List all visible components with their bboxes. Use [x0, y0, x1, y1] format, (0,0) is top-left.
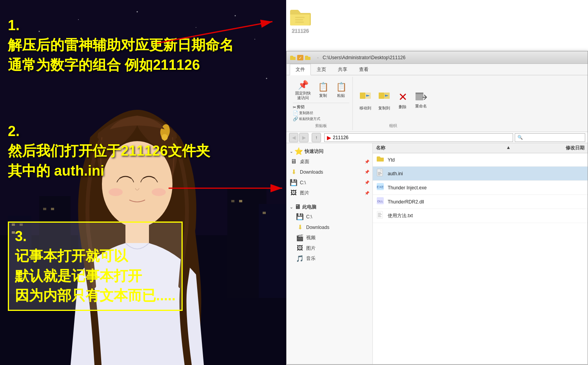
titlebar-folder2-icon	[305, 55, 311, 60]
svg-rect-56	[378, 214, 382, 215]
back-button[interactable]: ◀	[289, 133, 298, 142]
folder-icon-svg	[288, 6, 312, 26]
sidebar-item-pictures-quick[interactable]: 🖼 图片 📌	[287, 188, 372, 198]
svg-rect-17	[12, 231, 15, 234]
file-row-authini[interactable]: auth.ini	[373, 167, 588, 181]
sidebar-item-pictures[interactable]: 🖼 图片	[287, 243, 372, 253]
file-row-thunderinject[interactable]: EXE Thunder Inject.exe	[373, 181, 588, 195]
rename-button[interactable]: 重命名	[412, 89, 430, 111]
sidebar-item-downloads-quick[interactable]: ⬇ Downloads 📌	[287, 167, 372, 177]
svg-rect-14	[259, 204, 286, 298]
paste-button[interactable]: 📋 粘贴	[333, 80, 349, 100]
address-breadcrumb[interactable]: ▶ 211126	[324, 133, 513, 142]
sidebar-item-c-drive[interactable]: 💾 C:\	[287, 211, 372, 222]
delete-button[interactable]: ✕ 删除	[394, 89, 411, 111]
sidebar-item-videos[interactable]: 🎬 视频	[287, 232, 372, 243]
pictures-quick-label: 图片	[300, 190, 309, 196]
pin-icon-c-drive: 📌	[365, 180, 369, 185]
pin-button[interactable]: 📌 固定到快速访问	[293, 78, 313, 102]
move-to-button[interactable]: 移动到	[357, 88, 374, 113]
copy-button[interactable]: 📋 复制	[315, 80, 331, 100]
tab-home[interactable]: 主页	[311, 64, 332, 75]
file-list: 名称 ▲ 修改日期 Ytd	[373, 143, 588, 364]
cut-button[interactable]: ✂ 剪切	[293, 104, 305, 110]
sidebar-item-downloads[interactable]: ⬇ Downloads	[287, 222, 372, 232]
svg-point-7	[19, 58, 20, 59]
sidebar-item-c-drive-quick[interactable]: 💾 C:\ 📌	[287, 177, 372, 188]
downloads-label: Downloads	[306, 225, 329, 230]
ribbon-content: 📌 固定到快速访问 📋 复制 📋 粘贴	[287, 75, 588, 132]
svg-rect-15	[12, 223, 15, 226]
paste-shortcut-button[interactable]: 🔗 粘贴快捷方式	[293, 116, 349, 122]
clipboard-small-items: 📄 复制路径 🔗 粘贴快捷方式	[293, 111, 349, 122]
svg-rect-55	[378, 213, 381, 214]
forward-button[interactable]: ▶	[299, 133, 309, 142]
svg-rect-19	[51, 208, 54, 210]
svg-rect-33	[295, 17, 305, 18]
pin-icon-desktop: 📌	[365, 160, 369, 164]
copy-to-label: 复制到	[378, 105, 390, 111]
c-drive-label: C:\	[306, 214, 312, 220]
dll-icon: DLL	[376, 197, 385, 207]
delete-label: 删除	[399, 104, 407, 110]
folder-label: 211126	[288, 27, 312, 33]
explorer-main: ⌄ ⭐ 快速访问 🖥 桌面 📌 ⬇ Downloads 📌 💾 C:\ 📌 �	[287, 143, 588, 364]
svg-rect-35	[295, 22, 304, 23]
c-drive-icon: 💾	[296, 213, 304, 220]
up-button[interactable]: ↑	[312, 133, 321, 142]
address-bar: ◀ ▶ ↑ ▶ 211126 🔍	[287, 132, 588, 143]
file-name-usagemethod: 使用方法.txt	[388, 212, 511, 219]
file-row-thunderrdr2[interactable]: DLL ThunderRDR2.dll	[373, 195, 588, 209]
breadcrumb-text: 211126	[333, 135, 348, 140]
file-row-ytd[interactable]: Ytd	[373, 153, 588, 167]
clipboard-label: 剪贴板	[315, 123, 327, 129]
quick-access-header[interactable]: ⌄ ⭐ 快速访问	[287, 145, 372, 156]
music-icon: 🎵	[296, 255, 304, 262]
explorer-titlebar: ✓ - C:\Users\Administrator\Desktop\21112…	[287, 51, 588, 64]
tab-share[interactable]: 共享	[332, 64, 353, 75]
this-pc-header[interactable]: ⌄ 🖥 此电脑	[287, 201, 372, 211]
svg-rect-54	[377, 211, 383, 218]
desktop-folder-icon[interactable]: 211126	[288, 6, 312, 33]
paste-shortcut-label: 粘贴快捷方式	[299, 116, 320, 122]
svg-rect-10	[8, 216, 31, 294]
svg-point-5	[235, 15, 236, 16]
svg-point-8	[266, 78, 267, 79]
svg-rect-38	[360, 93, 365, 99]
copy-to-button[interactable]: 复制到	[376, 88, 393, 113]
titlebar-path: C:\Users\Administrator\Desktop\211126	[323, 55, 405, 60]
background-illustration	[0, 0, 286, 365]
desktop-label: 桌面	[300, 158, 309, 165]
downloads-quick-icon: ⬇	[290, 168, 298, 176]
organize-buttons: 移动到 复制到	[357, 78, 430, 122]
file-row-usagemethod[interactable]: 使用方法.txt	[373, 209, 588, 223]
music-label: 音乐	[306, 255, 316, 262]
titlebar-check-icon: ✓	[297, 55, 303, 60]
file-name-ytd: Ytd	[388, 157, 511, 163]
copy-path-label: 复制路径	[299, 111, 313, 116]
svg-point-4	[196, 27, 196, 28]
tab-view[interactable]: 查看	[353, 64, 374, 75]
sidebar-item-desktop[interactable]: 🖥 桌面 📌	[287, 156, 372, 167]
svg-text:✓: ✓	[299, 56, 302, 60]
search-bar[interactable]: 🔍	[515, 133, 585, 142]
sidebar-item-music[interactable]: 🎵 音乐	[287, 253, 372, 264]
ribbon-group-clipboard: 📌 固定到快速访问 📋 复制 📋 粘贴	[290, 77, 353, 130]
move-to-label: 移动到	[359, 105, 371, 111]
pin-icon-downloads: 📌	[365, 170, 369, 174]
tab-file[interactable]: 文件	[290, 64, 311, 75]
clipboard-buttons: 📌 固定到快速访问 📋 复制 📋 粘贴	[293, 78, 349, 102]
col-name-header: 名称	[376, 145, 503, 151]
nav-buttons: ◀ ▶	[289, 133, 309, 142]
quick-access-star-icon: ⭐	[294, 147, 303, 156]
copy-path-button[interactable]: 📄 复制路径	[293, 111, 349, 116]
downloads-quick-label: Downloads	[300, 169, 323, 175]
svg-rect-11	[39, 196, 71, 294]
copy-path-icon: 📄	[293, 111, 298, 116]
exe-icon: EXE	[376, 183, 385, 192]
svg-rect-58	[378, 216, 381, 217]
svg-rect-18	[43, 208, 46, 210]
ribbon: 文件 主页 共享 查看 📌 固定到快速访问 📋 复制	[287, 64, 588, 132]
svg-rect-41	[379, 93, 384, 99]
titlebar-icons: ✓	[290, 55, 311, 60]
